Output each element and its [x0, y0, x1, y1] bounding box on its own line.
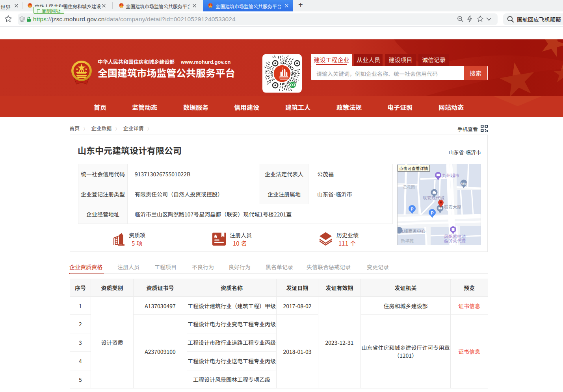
svg-text:P: P	[411, 205, 413, 212]
svg-text:P: P	[431, 209, 433, 216]
svg-text:己花园: 己花园	[403, 184, 415, 190]
svg-text:九州超市: 九州超市	[442, 172, 459, 178]
svg-text:ATM: ATM	[461, 181, 467, 185]
svg-text:临沂总代理: 临沂总代理	[444, 238, 466, 244]
svg-text:联安大厦: 联安大厦	[444, 203, 461, 210]
svg-text:九峰商务中心: 九峰商务中心	[399, 227, 426, 234]
svg-text:新华苑: 新华苑	[401, 237, 414, 244]
